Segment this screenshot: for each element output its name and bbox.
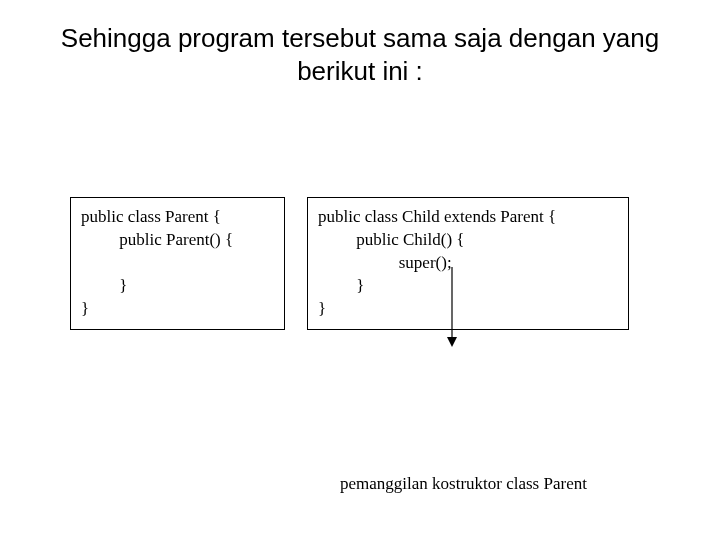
parent-code-box: public class Parent { public Parent() { … <box>70 197 285 330</box>
svg-marker-1 <box>447 337 457 347</box>
content-area: public class Parent { public Parent() { … <box>0 197 720 330</box>
slide-title-area: Sehingga program tersebut sama saja deng… <box>0 0 720 87</box>
child-code-box: public class Child extends Parent { publ… <box>307 197 629 330</box>
slide-title: Sehingga program tersebut sama saja deng… <box>60 22 660 87</box>
caption-text: pemanggilan kostruktor class Parent <box>340 474 587 494</box>
code-box-row: public class Parent { public Parent() { … <box>70 197 650 330</box>
